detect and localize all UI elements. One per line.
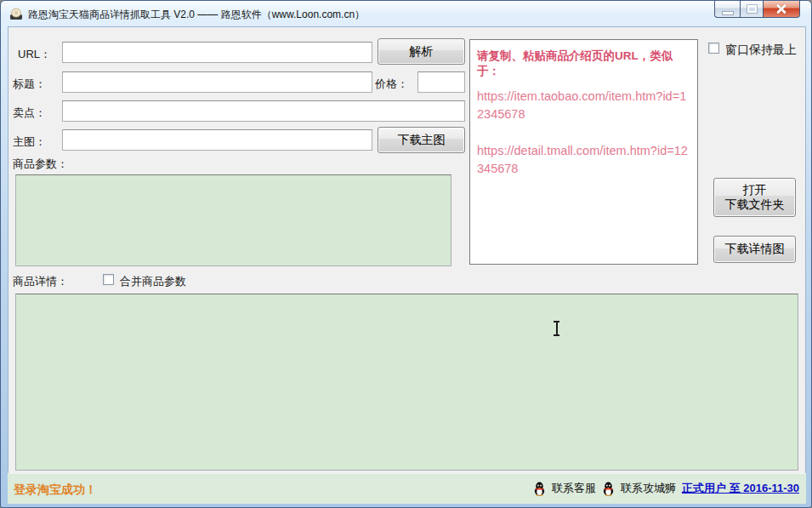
minimize-icon [723, 12, 733, 14]
product-detail-textarea[interactable] [15, 294, 798, 471]
download-main-image-button[interactable]: 下载主图 [378, 127, 465, 153]
main-image-label: 主图： [13, 134, 46, 150]
close-icon [775, 4, 787, 14]
maximize-button[interactable] [740, 1, 764, 18]
window-title: 路恩淘宝天猫商品详情抓取工具 V2.0 —— 路恩软件（www.Loon.com… [28, 8, 365, 22]
price-label: 价格： [375, 77, 408, 92]
open-download-folder-line1: 打开 [743, 183, 767, 198]
main-image-input[interactable] [62, 129, 372, 151]
status-bar: 登录淘宝成功！ 联系客服 [8, 473, 806, 504]
url-label: URL： [18, 47, 51, 62]
keep-on-top-label[interactable]: 窗口保持最上 [725, 43, 797, 58]
product-params-label: 商品参数： [13, 157, 68, 172]
keep-on-top-checkbox[interactable] [708, 43, 719, 54]
qq-icon [533, 482, 546, 496]
app-window: 路恩淘宝天猫商品详情抓取工具 V2.0 —— 路恩软件（www.Loon.com… [0, 0, 812, 508]
url-input[interactable] [62, 42, 372, 63]
contact-engineer-link[interactable]: 联系攻城狮 [621, 481, 676, 496]
status-bar-right: 联系客服 联系攻城狮 正式用户 至 2016-11-30 [533, 481, 799, 496]
merge-params-checkbox-label[interactable]: 合并商品参数 [120, 274, 186, 289]
download-detail-images-button[interactable]: 下载详情图 [713, 236, 796, 263]
open-download-folder-line2: 下载文件夹 [725, 197, 785, 213]
product-params-textarea[interactable] [15, 174, 451, 266]
titlebar[interactable]: 路恩淘宝天猫商品详情抓取工具 V2.0 —— 路恩软件（www.Loon.com… [1, 1, 811, 26]
minimize-button[interactable] [714, 1, 740, 18]
url-hint-panel: 请复制、粘贴商品介绍页的URL，类似于： https://item.taobao… [469, 39, 698, 265]
parse-button[interactable]: 解析 [378, 38, 465, 65]
title-label: 标题： [13, 77, 46, 92]
open-download-folder-button[interactable]: 打开 下载文件夹 [713, 178, 796, 217]
title-input[interactable] [62, 71, 372, 93]
app-icon [9, 7, 23, 20]
contact-support-link[interactable]: 联系客服 [552, 481, 596, 496]
text-cursor-icon [553, 321, 560, 336]
client-area: URL： 解析 标题： 价格： 卖点： 主图： 下载主图 商品参数： 商品详情：… [8, 26, 806, 504]
hint-intro-text: 请复制、粘贴商品介绍页的URL，类似于： [477, 49, 690, 79]
license-info-link[interactable]: 正式用户 至 2016-11-30 [682, 481, 799, 496]
login-status-text: 登录淘宝成功！ [14, 482, 97, 498]
maximize-icon [747, 5, 757, 13]
merge-params-checkbox[interactable] [103, 274, 114, 285]
price-input[interactable] [417, 71, 465, 93]
selling-point-label: 卖点： [13, 106, 46, 121]
hint-taobao-url: https://item.taobao.com/item.htm?id=1234… [477, 88, 690, 123]
window-controls [714, 1, 800, 18]
hint-tmall-url: https://detail.tmall.com/item.htm?id=123… [477, 142, 690, 178]
close-button[interactable] [764, 1, 800, 18]
qq-icon [602, 482, 615, 496]
selling-point-input[interactable] [62, 100, 465, 122]
product-detail-label: 商品详情： [13, 274, 68, 289]
